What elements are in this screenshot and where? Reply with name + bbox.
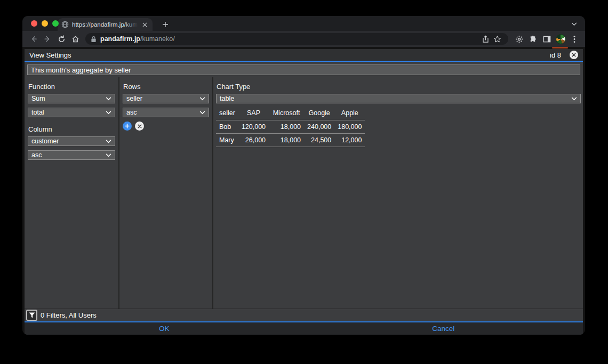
minimize-window-button[interactable] — [42, 20, 48, 27]
function-select-value: Sum — [31, 95, 45, 102]
url-domain: pandafirm.jp — [100, 35, 140, 43]
result-table-body: Bob120,00018,000240,000180,000Mary26,000… — [216, 120, 365, 147]
close-window-button[interactable] — [31, 20, 37, 27]
dialog-title: View Settings — [29, 51, 71, 59]
page-content: View Settings id 8 Function Sum — [22, 47, 585, 335]
forward-button[interactable] — [41, 32, 54, 46]
back-button[interactable] — [27, 32, 41, 46]
function-label: Function — [28, 83, 115, 91]
rows-select[interactable]: seller — [123, 94, 209, 103]
view-settings-dialog: View Settings id 8 Function Sum — [25, 49, 583, 335]
table-row: Mary26,00018,00024,50012,000 — [216, 134, 365, 147]
x-icon — [138, 124, 142, 128]
column-label: Column — [28, 125, 115, 133]
table-cell: 12,000 — [334, 134, 365, 147]
settings-gear-icon[interactable] — [513, 33, 525, 45]
chart-panel: Chart Type table sellerSAPMicrosoftGoogl… — [213, 77, 583, 309]
table-header-cell: SAP — [238, 108, 269, 120]
dialog-close-button[interactable] — [570, 51, 578, 59]
column-select[interactable]: customer — [28, 136, 115, 146]
dialog-body: Function Sum total Column customer — [25, 77, 583, 309]
table-cell: 18,000 — [269, 134, 304, 147]
table-header-cell: Microsoft — [269, 108, 304, 120]
filter-button[interactable] — [26, 310, 37, 321]
tab-close-icon[interactable] — [140, 20, 149, 29]
bookmark-star-icon[interactable] — [491, 33, 503, 45]
url-bar[interactable]: pandafirm.jp/kumaneko/ — [85, 33, 508, 45]
accent-bar — [552, 47, 568, 48]
chevron-down-icon — [106, 153, 111, 157]
filter-row: 0 Filters, All Users — [25, 309, 583, 321]
row-actions — [123, 122, 209, 131]
rows-panel: Rows seller asc — [119, 77, 213, 309]
dialog-footer: OK Cancel — [25, 321, 583, 335]
tab-strip: https://pandafirm.jp/kumaneko — [22, 16, 585, 31]
function-select[interactable]: Sum — [28, 94, 115, 103]
table-cell: 180,000 — [334, 120, 365, 134]
chevron-down-icon — [106, 111, 111, 115]
chart-type-select-value: table — [220, 95, 234, 102]
remove-row-button[interactable] — [135, 122, 144, 131]
ok-button[interactable]: OK — [25, 322, 304, 335]
function-field-select-value: total — [31, 109, 44, 116]
rows-label: Rows — [123, 83, 209, 91]
url-text: pandafirm.jp/kumaneko/ — [100, 35, 175, 43]
menu-dots-icon[interactable] — [568, 33, 581, 45]
record-id-label: id 8 — [550, 51, 561, 59]
share-icon[interactable] — [479, 33, 491, 45]
rows-select-value: seller — [126, 95, 142, 102]
plus-icon — [125, 124, 130, 128]
chart-type-select[interactable]: table — [216, 94, 581, 103]
traffic-lights — [31, 20, 59, 27]
column-select-value: customer — [31, 137, 59, 145]
lock-icon — [91, 36, 97, 43]
table-row: Bob120,00018,000240,000180,000 — [216, 120, 365, 134]
tab-title: https://pandafirm.jp/kumaneko — [72, 21, 138, 28]
browser-window: https://pandafirm.jp/kumaneko pa — [22, 16, 585, 335]
home-button[interactable] — [68, 32, 82, 46]
result-table: sellerSAPMicrosoftGoogleApple Bob120,000… — [216, 108, 365, 147]
url-path: /kumaneko/ — [140, 35, 175, 43]
chevron-down-icon — [106, 140, 111, 143]
column-order-select[interactable]: asc — [28, 150, 115, 160]
table-cell: 24,500 — [304, 134, 334, 147]
table-cell: 18,000 — [269, 120, 304, 134]
result-table-head-row: sellerSAPMicrosoftGoogleApple — [216, 108, 365, 120]
filter-summary: 0 Filters, All Users — [41, 311, 97, 319]
column-order-select-value: asc — [31, 151, 42, 159]
browser-toolbar: pandafirm.jp/kumaneko/ — [22, 31, 585, 47]
function-panel: Function Sum total Column customer — [25, 77, 119, 309]
chevron-down-icon — [106, 97, 111, 101]
table-cell: 120,000 — [238, 120, 269, 134]
view-name-input[interactable] — [27, 64, 580, 75]
table-cell: Mary — [216, 134, 238, 147]
view-name-row — [25, 62, 583, 77]
table-header-cell: seller — [216, 108, 238, 120]
function-field-select[interactable]: total — [28, 108, 115, 117]
tab-search-chevron-icon[interactable] — [570, 20, 578, 28]
cancel-button[interactable]: Cancel — [304, 322, 583, 335]
funnel-icon — [29, 312, 35, 318]
reload-button[interactable] — [54, 32, 68, 46]
maximize-window-button[interactable] — [52, 20, 59, 27]
side-panel-icon[interactable] — [540, 33, 553, 45]
avatar-image — [556, 34, 566, 44]
chart-type-label: Chart Type — [217, 83, 581, 91]
table-header-cell: Google — [304, 108, 334, 120]
profile-avatar[interactable] — [554, 33, 567, 45]
add-row-button[interactable] — [123, 122, 132, 131]
extensions-puzzle-icon[interactable] — [526, 33, 539, 45]
rows-order-select[interactable]: asc — [123, 108, 209, 117]
chevron-down-icon — [571, 97, 577, 101]
table-cell: Bob — [216, 120, 238, 134]
dialog-header: View Settings id 8 — [25, 49, 583, 62]
chevron-down-icon — [199, 97, 205, 101]
chevron-down-icon — [199, 111, 205, 115]
globe-favicon-icon — [61, 21, 69, 28]
table-cell: 26,000 — [238, 134, 269, 147]
new-tab-button[interactable] — [159, 18, 172, 31]
rows-order-select-value: asc — [126, 109, 137, 116]
table-cell: 240,000 — [304, 120, 334, 134]
browser-tab[interactable]: https://pandafirm.jp/kumaneko — [58, 18, 153, 31]
table-header-cell: Apple — [334, 108, 365, 120]
